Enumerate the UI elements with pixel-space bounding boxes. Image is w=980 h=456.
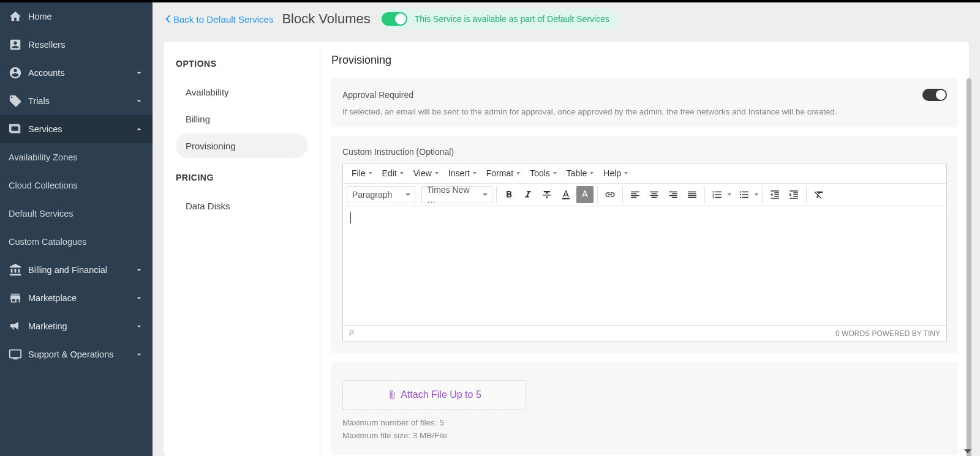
sidebar-label: Home: [28, 12, 144, 21]
sidebar-label: Resellers: [28, 40, 144, 50]
person-icon: [9, 66, 22, 80]
tag-icon: [9, 94, 22, 108]
bullet-list-button[interactable]: [736, 186, 753, 203]
service-availability-badge: This Service is available as part of Def…: [379, 9, 620, 29]
options-heading: OPTIONS: [176, 59, 307, 69]
numbered-list-button[interactable]: [709, 186, 726, 203]
sidebar-sub-default-services[interactable]: Default Services: [0, 200, 153, 228]
italic-button[interactable]: [519, 186, 537, 203]
max-files-text: Maximum number of files: 5: [342, 418, 947, 427]
chevron-left-icon: [165, 15, 171, 23]
option-availability[interactable]: Availability: [176, 80, 307, 104]
sidebar-sub-label: Availability Zones: [9, 152, 78, 162]
editor-menu-view[interactable]: View: [409, 165, 443, 182]
sidebar-item-accounts[interactable]: Accounts: [0, 59, 153, 87]
custom-instruction-label: Custom Instruction (Optional): [342, 147, 947, 157]
stack-icon: [9, 122, 22, 136]
chevron-up-icon: [134, 124, 144, 134]
editor-menu-help[interactable]: Help: [598, 165, 633, 182]
scrollbar-thumb[interactable]: [967, 78, 971, 456]
store-icon: [9, 291, 22, 305]
sidebar-item-marketing[interactable]: Marketing: [0, 312, 153, 340]
paragraph-select[interactable]: Paragraph: [347, 186, 415, 203]
sidebar-item-trials[interactable]: Trials: [0, 87, 153, 115]
approval-toggle[interactable]: [922, 89, 947, 101]
chevron-down-icon: [134, 96, 144, 106]
approval-label: Approval Required: [342, 90, 413, 100]
editor-path: P: [349, 329, 354, 338]
align-center-button[interactable]: [646, 186, 663, 203]
max-size-text: Maximum file size: 3 MB/File: [342, 431, 947, 440]
sidebar-sub-label: Cloud Collections: [9, 181, 78, 190]
chevron-down-icon: [134, 68, 144, 78]
sidebar: Home Resellers Accounts Trials Services …: [0, 0, 153, 456]
sidebar-item-home[interactable]: Home: [0, 2, 153, 31]
option-label: Billing: [186, 114, 210, 124]
sidebar-sub-label: Custom Catalogues: [9, 237, 86, 247]
option-billing[interactable]: Billing: [176, 107, 307, 131]
editor-menu-tools[interactable]: Tools: [525, 165, 562, 182]
sidebar-item-services[interactable]: Services: [0, 115, 153, 143]
rich-text-editor: File Edit View Insert Format Tools Table…: [342, 163, 947, 342]
sidebar-item-support-operations[interactable]: Support & Operations: [0, 340, 153, 368]
main-area: Back to Default Services Block Volumes T…: [153, 0, 980, 456]
sidebar-item-marketplace[interactable]: Marketplace: [0, 284, 153, 312]
attach-label: Attach File Up to 5: [401, 389, 481, 400]
bank-icon: [9, 263, 22, 277]
pricing-heading: PRICING: [176, 173, 307, 182]
attach-file-button[interactable]: Attach File Up to 5: [342, 380, 526, 409]
page-header: Back to Default Services Block Volumes T…: [153, 2, 980, 36]
badge-icon: [9, 38, 22, 51]
custom-instruction-section: Custom Instruction (Optional) File Edit …: [331, 136, 958, 353]
sidebar-sub-custom-catalogues[interactable]: Custom Catalogues: [0, 228, 153, 256]
editor-menubar: File Edit View Insert Format Tools Table…: [343, 163, 946, 184]
text-color-button[interactable]: [557, 186, 575, 203]
editor-statusbar: P 0 WORDS POWERED BY TINY: [343, 325, 946, 342]
sidebar-label: Marketplace: [28, 293, 134, 303]
back-link[interactable]: Back to Default Services: [165, 14, 273, 24]
pricing-data-disks[interactable]: Data Disks: [176, 193, 307, 218]
options-column: OPTIONS Availability Billing Provisionin…: [164, 42, 320, 456]
outdent-button[interactable]: [766, 186, 783, 203]
editor-menu-format[interactable]: Format: [481, 165, 525, 182]
approval-section: Approval Required If selected, an email …: [331, 78, 958, 127]
bold-button[interactable]: [500, 186, 518, 203]
top-dark-bar: [0, 0, 980, 2]
editor-status-right: 0 WORDS POWERED BY TINY: [835, 329, 940, 338]
chevron-down-icon: [134, 293, 144, 303]
chevron-down-icon: [134, 349, 144, 359]
editor-toolbar: Paragraph Times New …: [343, 184, 946, 206]
sidebar-item-billing-financial[interactable]: Billing and Financial: [0, 256, 153, 284]
align-left-button[interactable]: [627, 186, 644, 203]
dropdown-caret-icon: [728, 193, 731, 196]
sidebar-sub-label: Default Services: [9, 209, 74, 219]
scrollbar-track[interactable]: [967, 78, 971, 456]
editor-content-area[interactable]: [343, 206, 946, 325]
svg-rect-0: [562, 198, 570, 199]
home-icon: [9, 10, 22, 23]
clear-format-button[interactable]: [810, 186, 827, 203]
align-justify-button[interactable]: [684, 186, 701, 203]
font-family-select[interactable]: Times New …: [421, 186, 492, 203]
service-toggle[interactable]: [382, 12, 407, 26]
option-label: Availability: [186, 87, 229, 97]
editor-menu-file[interactable]: File: [347, 165, 377, 182]
sidebar-sub-availability-zones[interactable]: Availability Zones: [0, 143, 153, 171]
option-label: Provisioning: [186, 141, 236, 151]
option-provisioning[interactable]: Provisioning: [176, 133, 307, 158]
strikethrough-button[interactable]: [538, 186, 556, 203]
sidebar-label: Marketing: [28, 321, 134, 331]
sidebar-label: Accounts: [28, 68, 134, 78]
editor-menu-insert[interactable]: Insert: [443, 165, 481, 182]
chevron-down-icon: [134, 321, 144, 331]
background-color-button[interactable]: [576, 186, 594, 203]
file-attach-section: Attach File Up to 5 Maximum number of fi…: [331, 362, 958, 455]
sidebar-item-resellers[interactable]: Resellers: [0, 31, 153, 59]
align-right-button[interactable]: [665, 186, 682, 203]
editor-menu-table[interactable]: Table: [562, 165, 598, 182]
editor-menu-edit[interactable]: Edit: [377, 165, 409, 182]
indent-button[interactable]: [785, 186, 802, 203]
sidebar-sub-cloud-collections[interactable]: Cloud Collections: [0, 171, 153, 200]
scroll-down-arrow[interactable]: [964, 449, 974, 454]
link-button[interactable]: [601, 186, 619, 203]
